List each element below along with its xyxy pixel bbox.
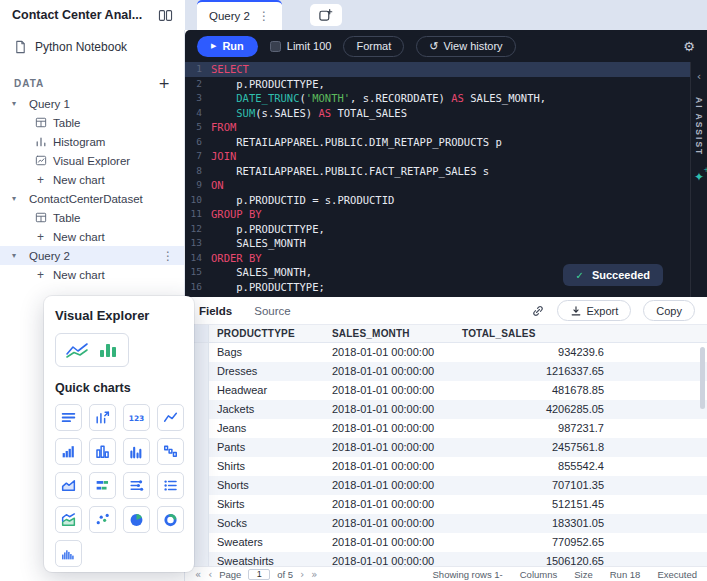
cell: Bags [209,343,324,362]
next-page-icon[interactable]: › [300,569,304,580]
item-menu-icon[interactable]: ⋮ [162,249,184,263]
table-row[interactable]: Bags2018-01-01 00:00:00934239.6 [185,343,707,362]
item-label: Query 2 [29,250,70,262]
plus-icon: + [34,230,47,244]
collapse-ai-panel-icon[interactable]: ‹ [697,70,701,83]
quick-chart-line[interactable] [157,404,184,431]
svg-text:123: 123 [129,414,145,423]
green-column-chart-icon[interactable] [97,341,119,359]
sidebar-item-query-1[interactable]: ▾Query 1 [0,94,184,113]
columns-label[interactable]: Columns [520,569,558,580]
chevron-down-icon[interactable]: ▾ [12,194,23,203]
cell: 2457561.8 [454,438,614,457]
quick-chart-mini-histogram[interactable] [55,540,82,567]
quick-chart-histogram[interactable] [55,438,82,465]
quick-chart-big-number[interactable]: 123 [123,404,150,431]
quick-chart-stacked-area[interactable] [55,506,82,533]
item-label: Query 1 [29,98,70,110]
document-icon [14,40,27,54]
table-row[interactable]: Sweatshirts2018-01-01 00:00:001506120.65 [185,552,707,566]
quick-chart-column[interactable] [89,438,116,465]
sql-editor-panel: ▶ Run Limit 100 Format ↺ View history ⚙ … [185,30,707,297]
sidebar-item-python-notebook[interactable]: Python Notebook [0,30,184,62]
popup-title: Visual Explorer [55,308,183,323]
histogram-icon [34,136,47,147]
pie-icon [128,511,145,528]
quick-chart-scatter[interactable] [89,506,116,533]
table-row[interactable]: Headwear2018-01-01 00:00:00481678.85 [185,381,707,400]
table-row[interactable]: Shorts2018-01-01 00:00:00707101.35 [185,476,707,495]
limit-checkbox[interactable] [270,41,281,52]
table-row[interactable]: Jeans2018-01-01 00:00:00987231.7 [185,419,707,438]
table-icon [34,117,47,128]
sidebar-item-query-2[interactable]: ▾Query 2⋮ [0,246,184,265]
table-row[interactable]: Pants2018-01-01 00:00:002457561.8 [185,438,707,457]
run-button[interactable]: ▶ Run [197,36,258,57]
results-actions: Export Copy [531,300,695,321]
chevron-down-icon[interactable]: ▾ [12,99,23,108]
stacked-area-icon [60,511,77,528]
page-input[interactable] [248,569,270,580]
column-header-total_sales[interactable]: TOTAL_SALES [454,325,614,342]
copy-button[interactable]: Copy [643,300,695,321]
cell: 4206285.05 [454,400,614,419]
sidebar-item-histogram[interactable]: Histogram [0,132,184,151]
add-data-icon[interactable]: + [158,76,170,90]
quick-chart-stacked-bar[interactable] [89,472,116,499]
table-row[interactable]: Socks2018-01-01 00:00:00183301.05 [185,514,707,533]
column-header-producttype[interactable]: PRODUCTTYPE [209,325,324,342]
ai-sparkle-icon[interactable]: ✦+ [694,170,704,184]
tab-fields[interactable]: Fields [199,305,232,317]
cell: Dresses [209,362,324,381]
format-button[interactable]: Format [343,36,404,57]
cell: 2018-01-01 00:00:00 [324,476,454,495]
first-page-icon[interactable]: « [195,569,201,580]
sidebar-item-table[interactable]: Table [0,208,184,227]
quick-chart-pivot[interactable] [89,404,116,431]
sidebar-item-visual-explorer[interactable]: Visual Explorer [0,151,184,170]
new-query-tab-button[interactable] [310,4,342,26]
code-line: 10 p.PRODUCTID = s.PRODUCTID [185,193,690,208]
quick-chart-pie[interactable] [123,506,150,533]
data-section-label: DATA [14,78,44,89]
size-label[interactable]: Size [574,569,592,580]
sidebar-item-new-chart[interactable]: +New chart [0,265,184,284]
prev-page-icon[interactable]: ‹ [208,569,212,580]
sidebar-item-new-chart[interactable]: +New chart [0,170,184,189]
quick-chart-donut[interactable] [157,506,184,533]
link-icon[interactable] [531,304,545,318]
settings-gear-icon[interactable]: ⚙ [683,39,695,54]
sidebar-item-contactcenterdataset[interactable]: ▾ContactCenterDataset [0,189,184,208]
quick-chart-dot-plot[interactable] [123,472,150,499]
sql-code-area[interactable]: 1SELECT2 p.PRODUCTTYPE,3 DATE_TRUNC('MON… [185,62,690,297]
sidebar-item-new-chart[interactable]: +New chart [0,227,184,246]
chevron-down-icon[interactable]: ▾ [12,251,23,260]
cell: Shirts [209,457,324,476]
collapse-panels-icon[interactable] [158,9,173,22]
export-button[interactable]: Export [557,300,632,321]
table-row[interactable]: Sweaters2018-01-01 00:00:00770952.65 [185,533,707,552]
results-toolbar: Fields Source Export Copy [185,297,707,324]
table-row[interactable]: Shirts2018-01-01 00:00:00855542.4 [185,457,707,476]
tab-source[interactable]: Source [254,305,290,317]
column-header-sales_month[interactable]: SALES_MONTH [324,325,454,342]
table-row[interactable]: Skirts2018-01-01 00:00:00512151.45 [185,495,707,514]
last-page-icon[interactable]: » [311,569,317,580]
sidebar-item-table[interactable]: Table [0,113,184,132]
quick-chart-area[interactable] [55,472,82,499]
quick-chart-table[interactable] [55,404,82,431]
view-history-button[interactable]: ↺ View history [416,36,515,57]
tab-query-2[interactable]: Query 2 ⋮ [197,0,282,30]
ai-assist-strip[interactable]: ‹ AI ASSIST ✦+ [690,62,707,297]
mini-histogram-icon [60,545,77,562]
cell: 481678.85 [454,381,614,400]
tab-menu-icon[interactable]: ⋮ [258,9,270,23]
table-row[interactable]: Dresses2018-01-01 00:00:001216337.65 [185,362,707,381]
quick-chart-waterfall[interactable] [157,438,184,465]
results-scrollbar[interactable] [700,347,705,409]
quick-chart-list[interactable] [157,472,184,499]
multi-line-chart-icon[interactable] [65,341,89,359]
quick-chart-grouped-column[interactable] [123,438,150,465]
table-row[interactable]: Jackets2018-01-01 00:00:004206285.05 [185,400,707,419]
explorer-chart-buttons[interactable] [55,333,129,367]
